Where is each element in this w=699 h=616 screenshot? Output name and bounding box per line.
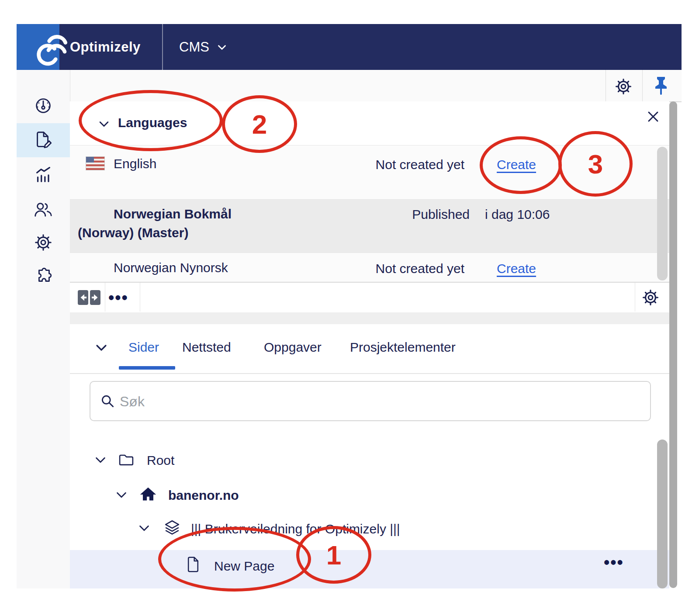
page-more-options-icon[interactable]: ••• <box>604 553 624 572</box>
expand-panel-icon[interactable] <box>78 290 100 305</box>
us-flag-icon <box>86 156 105 170</box>
folder-icon <box>117 450 135 469</box>
tree-chevron-down-icon[interactable] <box>114 488 129 502</box>
tree-item-new-page[interactable]: New Page <box>214 559 274 574</box>
top-nav-bar: Optimizely CMS <box>17 24 682 70</box>
home-icon <box>138 484 158 504</box>
language-status: Not created yet <box>376 157 464 172</box>
tabs-collapse-chevron-icon[interactable] <box>93 340 109 356</box>
active-tab-indicator <box>119 366 175 370</box>
tree-item-root[interactable]: Root <box>147 453 174 468</box>
create-language-link[interactable]: Create <box>497 157 536 172</box>
view-toolbar <box>70 70 682 102</box>
users-icon[interactable] <box>33 200 53 220</box>
pin-panel-icon[interactable] <box>651 74 671 97</box>
selected-tree-row[interactable] <box>70 550 669 588</box>
toolbar-divider <box>105 283 105 311</box>
settings-icon[interactable] <box>33 232 53 253</box>
language-status: Published <box>412 207 470 222</box>
close-icon[interactable] <box>645 109 661 125</box>
dashboard-icon[interactable] <box>33 96 53 116</box>
create-language-link[interactable]: Create <box>497 261 536 276</box>
analytics-icon[interactable] <box>33 165 53 185</box>
language-status: Not created yet <box>376 261 464 276</box>
tree-item-section[interactable]: ||| Brukerveiledning for Optimizely ||| <box>191 522 400 536</box>
tree-scrollbar[interactable] <box>657 440 668 588</box>
search-input[interactable] <box>119 386 623 417</box>
panel-separator <box>70 312 669 325</box>
page-document-icon <box>185 556 201 573</box>
pages-edit-icon[interactable] <box>33 130 53 150</box>
chevron-down-icon <box>215 41 228 54</box>
languages-scrollbar[interactable] <box>657 147 668 280</box>
language-name: Norwegian Nynorsk <box>114 260 228 275</box>
tree-chevron-down-icon[interactable] <box>93 453 108 467</box>
layers-icon <box>163 519 181 537</box>
tab-oppgaver[interactable]: Oppgaver <box>264 340 322 355</box>
addons-puzzle-icon[interactable] <box>33 266 53 286</box>
toolbar-divider <box>635 283 635 311</box>
panel-settings-gear-icon[interactable] <box>641 288 660 307</box>
toolbar-divider <box>642 70 643 101</box>
cms-app-label: CMS <box>179 39 209 55</box>
language-published-time: i dag 10:06 <box>485 207 550 222</box>
search-icon <box>100 393 115 409</box>
tree-chevron-down-icon[interactable] <box>137 521 152 536</box>
language-name: English <box>114 156 156 171</box>
outer-scrollbar[interactable] <box>669 101 677 588</box>
languages-collapse-chevron-icon[interactable] <box>97 117 111 131</box>
language-name-line1: Norwegian Bokmål <box>78 204 266 223</box>
tabs-divider <box>70 373 669 374</box>
languages-panel-title: Languages <box>118 115 187 130</box>
view-settings-gear-icon[interactable] <box>614 77 633 96</box>
tab-prosjektelementer[interactable]: Prosjektelementer <box>350 340 456 355</box>
brand-title: Optimizely <box>70 24 141 70</box>
toolbar-divider <box>606 70 606 101</box>
tab-sider[interactable]: Sider <box>128 340 159 355</box>
panel-toolbar <box>70 282 669 314</box>
more-options-icon[interactable]: ••• <box>108 288 128 307</box>
language-row-english[interactable] <box>70 145 669 200</box>
language-name: Norwegian Bokmål (Norway) (Master) <box>78 204 266 242</box>
tab-nettsted[interactable]: Nettsted <box>182 340 231 355</box>
tree-item-site[interactable]: banenor.no <box>168 488 239 503</box>
language-name-line2: (Norway) (Master) <box>78 223 266 242</box>
toolbar-divider <box>140 283 140 311</box>
optimizely-logo-icon <box>29 28 70 69</box>
nav-divider <box>162 24 163 70</box>
cms-app-menu[interactable]: CMS <box>175 24 233 70</box>
